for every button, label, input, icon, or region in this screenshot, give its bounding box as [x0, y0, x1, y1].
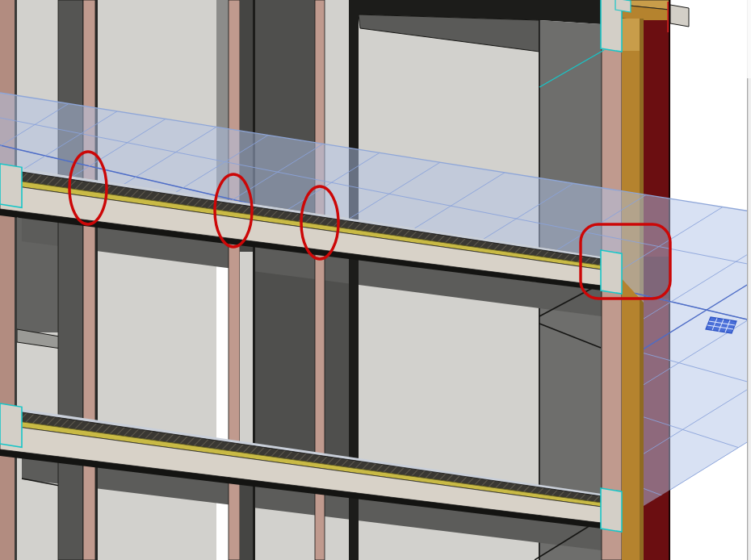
- scrollbar-top: [748, 0, 751, 78]
- column-corner[interactable]: [0, 0, 15, 560]
- bim-3d-scene[interactable]: [0, 0, 751, 560]
- selected-beam-endcap[interactable]: [601, 488, 622, 532]
- selected-beam-endcap[interactable]: [0, 164, 22, 207]
- scrollbar-vertical[interactable]: [747, 0, 751, 560]
- mullion-light-mid[interactable]: [240, 252, 253, 447]
- column-edge: [15, 0, 17, 560]
- parapet-cap-grey[interactable]: [670, 5, 689, 27]
- wall-opening-dark[interactable]: [325, 270, 353, 466]
- column-pink[interactable]: [83, 0, 95, 560]
- scrollbar-line: [747, 78, 748, 560]
- mullion-dark[interactable]: [58, 0, 83, 560]
- maroon-lit-edge: [667, 2, 669, 32]
- column-edge: [95, 0, 98, 560]
- cap-notch: [615, 0, 631, 12]
- bim-3d-viewport[interactable]: [0, 0, 751, 560]
- selected-beam-endcap[interactable]: [601, 250, 622, 294]
- selected-beam-endcap[interactable]: [0, 403, 22, 447]
